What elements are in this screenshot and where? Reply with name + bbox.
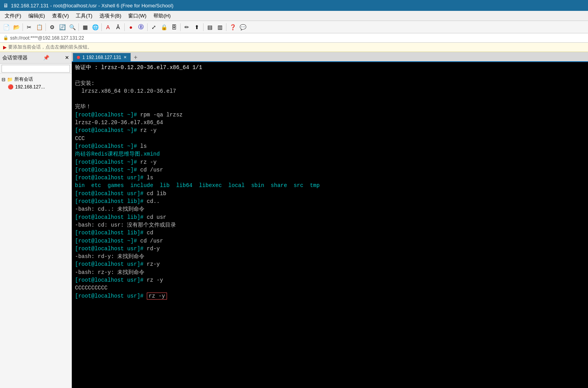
tab-region: 1 192.168.127.131 ✕ + 验证中 : lrzsz-0.12.2… bbox=[72, 52, 588, 388]
term-btn[interactable]: ▤ bbox=[205, 23, 214, 32]
terminal-line-err1: -bash: cd..: 未找到命令 bbox=[75, 205, 585, 213]
terminal-line-dirs1: bin etc games include lib lib64 libexec … bbox=[75, 182, 585, 189]
sidebar-pin-icon[interactable]: 📌 bbox=[43, 55, 49, 61]
toolbar-sep-4 bbox=[101, 23, 102, 31]
connection-icon: 🔴 bbox=[8, 84, 14, 90]
terminal-line-cdusr1: [root@localhost ~]# cd /usr bbox=[75, 166, 585, 174]
terminal-line-package: lrzsz.x86_64 0:0.12.20-36.el7 bbox=[75, 87, 585, 95]
help-btn[interactable]: ❓ bbox=[228, 23, 237, 32]
title-bar: 🖥 192.168.127.131 - root@localhost:/usr … bbox=[0, 0, 588, 11]
toolbar-sep-6 bbox=[147, 23, 148, 31]
terminal-blank-2 bbox=[75, 95, 585, 103]
blue-circle-btn[interactable]: Ⓑ bbox=[136, 23, 146, 32]
session-tree: ⊟ 📁 所有会话 🔴 192.168.127... bbox=[0, 74, 71, 388]
grid-btn[interactable]: ▦ bbox=[80, 23, 90, 32]
terminal-line-cddotdot: [root@localhost lib]# cd.. bbox=[75, 197, 585, 205]
address-bar: 🔒 ssh://root:****@192.168.127.131:22 bbox=[0, 33, 588, 43]
terminal-line-verify: 验证中 : lrzsz-0.12.20-36.el7.x86_64 1/1 bbox=[75, 64, 585, 71]
tab-bar: 1 192.168.127.131 ✕ + bbox=[72, 52, 588, 62]
font-btn[interactable]: A bbox=[103, 23, 113, 32]
toolbar-sep-1 bbox=[23, 23, 23, 31]
terminal-line-cdusr2: [root@localhost lib]# cd usr bbox=[75, 213, 585, 221]
main-area: 会话管理器 📌 ✕ ⊟ 📁 所有会话 🔴 192.168.127... 1 19 bbox=[0, 52, 588, 388]
tree-child-label: 192.168.127... bbox=[15, 84, 45, 90]
tab-status-dot bbox=[77, 56, 80, 59]
arrow-icon: ▶ bbox=[3, 45, 7, 50]
tree-root-item[interactable]: ⊟ 📁 所有会话 bbox=[0, 75, 71, 83]
info-bar: ▶ 要添加当前会话，点击左侧的箭头按钮。 bbox=[0, 43, 588, 52]
menu-help[interactable]: 帮助(H) bbox=[150, 12, 174, 20]
terminal-line-cdusr3: [root@localhost ~]# cd /usr bbox=[75, 237, 585, 245]
terminal-line-rzy-highlight: [root@localhost usr]# rz -y bbox=[75, 292, 585, 300]
toolbar: 📄 📂 ✂ 📋 ⚙ 🔄 🔍 ▦ 🌐 A Ā ● Ⓑ ⤢ 🔒 🗄 ✏ ⬆ ▤ ▥ … bbox=[0, 21, 588, 33]
sidebar-search-bar[interactable] bbox=[0, 64, 71, 74]
red-circle-btn[interactable]: ● bbox=[126, 23, 136, 32]
terminal-line-cdbare: [root@localhost lib]# cd bbox=[75, 229, 585, 237]
menu-tab[interactable]: 选项卡(B) bbox=[96, 12, 124, 20]
pencil-btn[interactable]: ✏ bbox=[182, 23, 191, 32]
toolbar-sep-9 bbox=[226, 23, 226, 31]
lock-btn[interactable]: 🔒 bbox=[159, 23, 169, 32]
terminal-line-rdy: [root@localhost usr]# rd-y bbox=[75, 245, 585, 253]
terminal-line-xmind: 尚硅谷Redis课程思维导图.xmind bbox=[75, 150, 585, 158]
terminal-line-done: 完毕！ bbox=[75, 103, 585, 111]
terminal-line-ls1: [root@localhost ~]# ls bbox=[75, 142, 585, 150]
tree-child-item[interactable]: 🔴 192.168.127... bbox=[0, 83, 71, 90]
folder-icon: 📁 bbox=[7, 77, 13, 82]
tree-root-label: 所有会话 bbox=[14, 76, 33, 83]
tab-label: 1 192.168.127.131 bbox=[82, 55, 121, 60]
sidebar-header: 会话管理器 📌 ✕ bbox=[0, 52, 71, 64]
menu-window[interactable]: 窗口(W) bbox=[125, 12, 150, 20]
toolbar-sep-3 bbox=[78, 23, 79, 31]
terminal-line-installed-label: 已安装: bbox=[75, 80, 585, 87]
terminal-line-ccc: CCC bbox=[75, 135, 585, 142]
search-input[interactable] bbox=[2, 65, 70, 73]
app-icon: 🖥 bbox=[3, 2, 9, 9]
terminal-line-err2: -bash: cd: usr: 没有那个文件或目录 bbox=[75, 221, 585, 229]
new-session-btn[interactable]: 📄 bbox=[2, 23, 11, 32]
open-btn[interactable]: 📂 bbox=[12, 23, 21, 32]
search-btn[interactable]: 🔍 bbox=[68, 23, 77, 32]
menu-bar: 文件(F) 编辑(E) 查看(V) 工具(T) 选项卡(B) 窗口(W) 帮助(… bbox=[0, 11, 588, 21]
terminal-window[interactable]: 验证中 : lrzsz-0.12.20-36.el7.x86_64 1/1 已安… bbox=[72, 62, 588, 388]
terminal-line-lrzsz: lrzsz-0.12.20-36.el7.x86_64 bbox=[75, 119, 585, 126]
toolbar-sep-7 bbox=[180, 23, 181, 31]
sidebar: 会话管理器 📌 ✕ ⊟ 📁 所有会话 🔴 192.168.127... bbox=[0, 52, 72, 388]
cut-btn[interactable]: ✂ bbox=[24, 23, 34, 32]
menu-view[interactable]: 查看(V) bbox=[49, 12, 72, 20]
lock-icon: 🔒 bbox=[3, 35, 9, 40]
terminal-line-err3: -bash: rd-y: 未找到命令 bbox=[75, 253, 585, 260]
copy-btn[interactable]: 📋 bbox=[35, 23, 44, 32]
expand-icon: ⊟ bbox=[2, 77, 5, 82]
settings-btn[interactable]: ⚙ bbox=[47, 23, 57, 32]
terminal-line-rzy1: [root@localhost ~]# rz -y bbox=[75, 126, 585, 134]
sidebar-close-icon[interactable]: ✕ bbox=[65, 55, 69, 61]
terminal-line-cdlib: [root@localhost usr]# cd lib bbox=[75, 190, 585, 197]
globe-btn[interactable]: 🌐 bbox=[90, 23, 100, 32]
toolbar-sep-2 bbox=[45, 23, 46, 31]
split-btn[interactable]: ▥ bbox=[215, 23, 224, 32]
address-text: ssh://root:****@192.168.127.131:22 bbox=[10, 35, 84, 41]
tab-close-icon[interactable]: ✕ bbox=[124, 55, 127, 59]
terminal-line-ls2: [root@localhost usr]# ls bbox=[75, 174, 585, 182]
terminal-blank-1 bbox=[75, 71, 585, 79]
terminal-line-rpm: [root@localhost ~]# rpm -qa lrzsz bbox=[75, 111, 585, 119]
upload-btn[interactable]: ⬆ bbox=[192, 23, 202, 32]
menu-tools[interactable]: 工具(T) bbox=[73, 12, 96, 20]
menu-edit[interactable]: 编辑(E) bbox=[25, 12, 48, 20]
terminal-line-rzy4: [root@localhost usr]# rz -y bbox=[75, 276, 585, 284]
db-btn[interactable]: 🗄 bbox=[169, 23, 179, 32]
tab-add-button[interactable]: + bbox=[132, 54, 139, 61]
terminal-line-ccccc: CCCCCCCCCC bbox=[75, 284, 585, 292]
terminal-tab[interactable]: 1 192.168.127.131 ✕ bbox=[73, 53, 131, 61]
refresh-btn[interactable]: 🔄 bbox=[57, 23, 67, 32]
chat-btn[interactable]: 💬 bbox=[238, 23, 247, 32]
toolbar-sep-8 bbox=[203, 23, 204, 31]
expand-btn[interactable]: ⤢ bbox=[149, 23, 158, 32]
toolbar-sep-5 bbox=[124, 23, 125, 31]
font2-btn[interactable]: Ā bbox=[113, 23, 123, 32]
title-text: 192.168.127.131 - root@localhost:/usr - … bbox=[11, 3, 174, 9]
sidebar-title: 会话管理器 bbox=[2, 54, 28, 61]
terminal-line-rzy2: [root@localhost ~]# rz -y bbox=[75, 158, 585, 166]
menu-file[interactable]: 文件(F) bbox=[2, 12, 24, 20]
